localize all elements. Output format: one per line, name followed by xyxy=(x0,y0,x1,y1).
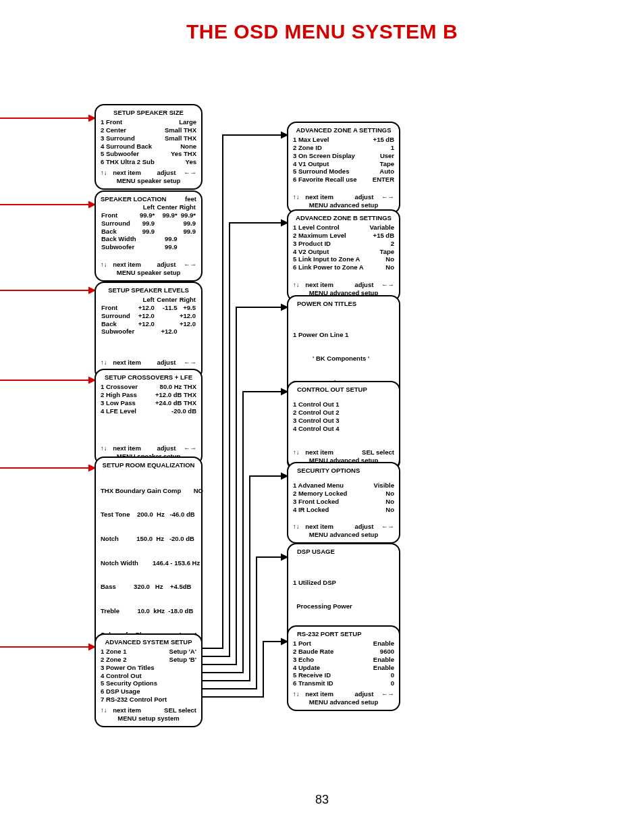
lines: THX Boundary Gain Comp NO Test Tone 200.… xyxy=(101,471,196,655)
heading: SETUP SPEAKER LEVELS xyxy=(101,286,196,294)
footer: next item adjust xyxy=(101,169,196,177)
left-right-icon xyxy=(182,444,196,452)
left-right-icon xyxy=(379,690,394,698)
box-adv-zone-a: ADVANCED ZONE A SETTINGS 1 Max Level+15 … xyxy=(287,122,400,214)
up-down-icon xyxy=(101,706,107,714)
grid: LeftCenterRight Front99.9*99.9*99.9* Sur… xyxy=(101,203,196,251)
menu-line: MENU advanced setup xyxy=(293,201,394,209)
svg-marker-13 xyxy=(281,220,287,226)
heading: CONTROL OUT SETUP xyxy=(293,386,394,394)
left-right-icon xyxy=(379,281,394,289)
box-rs232: RS-232 PORT SETUP 1 PortEnable 2 Baude R… xyxy=(287,625,400,711)
menu-line: MENU setup system xyxy=(101,714,196,723)
up-down-icon xyxy=(101,169,107,177)
svg-marker-16 xyxy=(281,473,287,479)
menu-line: MENU advanced setup xyxy=(293,698,394,706)
box-advanced-system-setup: ADVANCED SYSTEM SETUP 1 Zone 1Setup 'A' … xyxy=(95,633,203,727)
up-down-icon xyxy=(293,281,300,289)
heading: SECURITY OPTIONS xyxy=(293,467,394,475)
menu-line: MENU advanced setup xyxy=(293,531,394,539)
left-right-icon xyxy=(182,169,196,177)
heading: ADVANCED SYSTEM SETUP xyxy=(101,638,196,646)
heading: SETUP ROOM EQUALIZATION xyxy=(101,461,196,469)
rows: 1 FrontLarge 2 CenterSmall THX 3 Surroun… xyxy=(101,118,196,166)
grid: LeftCenterRight Front+12.0-11.5+9.5 Surr… xyxy=(101,296,196,336)
heading: ADVANCED ZONE A SETTINGS xyxy=(293,126,394,134)
up-down-icon xyxy=(293,193,300,201)
svg-marker-1 xyxy=(89,115,95,121)
svg-marker-18 xyxy=(281,639,287,644)
heading: SETUP CROSSOVERS + LFE xyxy=(101,373,196,382)
svg-marker-15 xyxy=(281,389,287,394)
menu-line: MENU speaker setup xyxy=(101,269,196,277)
svg-marker-14 xyxy=(281,305,287,310)
page: THE OSD MENU SYSTEM B xyxy=(0,0,644,834)
svg-marker-9 xyxy=(89,465,95,471)
box-adv-zone-b: ADVANCED ZONE B SETTINGS 1 Level Control… xyxy=(287,209,400,302)
box-control-out: CONTROL OUT SETUP 1 Control Out 1 2 Cont… xyxy=(287,381,400,469)
up-down-icon xyxy=(101,359,107,367)
left-right-icon xyxy=(182,359,196,367)
box-speaker-levels: SETUP SPEAKER LEVELS LeftCenterRight Fro… xyxy=(95,282,203,380)
up-down-icon xyxy=(293,448,300,457)
left-right-icon xyxy=(379,193,394,201)
svg-marker-3 xyxy=(89,202,95,207)
svg-marker-12 xyxy=(281,132,287,138)
heading: RS-232 PORT SETUP xyxy=(293,630,394,638)
box-speaker-size: SETUP SPEAKER SIZE 1 FrontLarge 2 Center… xyxy=(95,104,203,190)
up-down-icon xyxy=(293,523,300,531)
svg-marker-11 xyxy=(89,644,95,650)
box-security: SECURITY OPTIONS 1 Advaned MenuVisible 2… xyxy=(287,462,400,544)
up-down-icon xyxy=(293,690,300,698)
heading: DSP USAGE xyxy=(293,548,394,556)
heading: SETUP SPEAKER SIZE xyxy=(101,109,196,117)
heading: ADVANCED ZONE B SETTINGS xyxy=(293,214,394,222)
heading: SPEAKER LOCATION xyxy=(101,195,166,203)
lines: 1 Control Out 1 2 Control Out 2 3 Contro… xyxy=(293,400,394,433)
left-right-icon xyxy=(182,261,196,269)
up-down-icon xyxy=(101,261,107,269)
left-right-icon xyxy=(379,523,394,531)
svg-marker-5 xyxy=(89,288,95,293)
svg-marker-7 xyxy=(89,377,95,383)
svg-marker-17 xyxy=(281,554,287,560)
heading: POWER ON TITLES xyxy=(293,300,394,308)
menu-line: MENU speaker setup xyxy=(101,177,196,185)
up-down-icon xyxy=(101,444,107,452)
page-number: 83 xyxy=(0,793,644,807)
box-speaker-location: SPEAKER LOCATIONfeet LeftCenterRight Fro… xyxy=(95,190,203,282)
box-crossovers: SETUP CROSSOVERS + LFE 1 Crossover80.0 H… xyxy=(95,369,203,465)
